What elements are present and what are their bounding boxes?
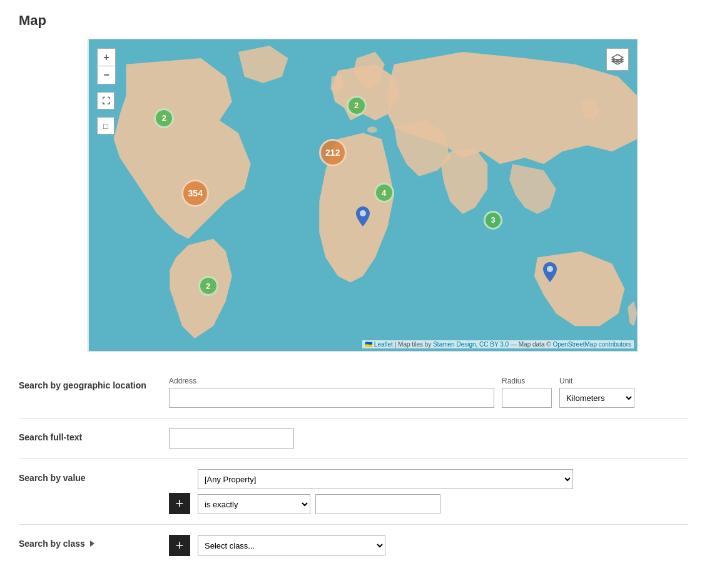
zoom-controls: + − — [97, 48, 116, 84]
unit-select[interactable]: Kilometers Miles — [559, 388, 634, 408]
osm-link[interactable]: OpenStreetMap contributors — [552, 341, 631, 348]
geo-search-row: Search by geographic location Address Ra… — [19, 367, 688, 418]
layers-button[interactable] — [606, 48, 629, 71]
zoom-out-button[interactable]: − — [98, 66, 115, 84]
class-search-row: Search by class + Select class... — [19, 525, 688, 566]
class-select[interactable]: Select class... — [198, 535, 385, 555]
cluster-c1[interactable]: 2 — [154, 108, 174, 128]
fulltext-input[interactable] — [169, 428, 294, 449]
map-attribution: 🇺🇦 Leaflet | Map tiles by Stamen Design,… — [362, 340, 634, 348]
map-container: + − ⛶ □ 2 354 2 2 212 4 3 — [88, 39, 638, 352]
cluster-c7[interactable]: 3 — [484, 211, 502, 230]
unit-label: Unit — [559, 377, 634, 385]
radius-label: Radius — [502, 377, 552, 385]
zoom-in-button[interactable]: + — [98, 49, 115, 66]
value-search-label: Search by value — [19, 469, 156, 483]
stamen-link[interactable]: Stamen Design, CC BY 3.0 — [433, 341, 509, 348]
class-search-controls: + Select class... — [169, 535, 385, 556]
search-section: Search by geographic location Address Ra… — [19, 367, 688, 566]
map-controls: + − ⛶ □ — [97, 48, 116, 134]
fulltext-search-label: Search full-text — [19, 428, 156, 442]
leaflet-link[interactable]: Leaflet — [374, 341, 393, 348]
value-search-row: Search by value + [Any Property] is exac… — [19, 459, 688, 525]
value-input[interactable] — [315, 494, 440, 514]
marker-m1[interactable] — [363, 226, 377, 248]
value-search-controls: + [Any Property] is exactly contains sta… — [169, 469, 573, 514]
fullscreen-button[interactable]: ⛶ — [97, 92, 114, 109]
address-group: Address — [169, 377, 494, 408]
radius-group: Radius — [502, 377, 552, 408]
minimap-button[interactable]: □ — [97, 117, 114, 134]
add-class-button[interactable]: + — [169, 535, 190, 556]
address-label: Address — [169, 377, 494, 385]
fulltext-search-controls — [169, 428, 688, 449]
svg-point-1 — [367, 126, 377, 133]
cluster-c3[interactable]: 2 — [198, 276, 218, 296]
value-inner-controls: [Any Property] is exactly contains start… — [198, 469, 573, 514]
geo-search-label: Search by geographic location — [19, 377, 156, 390]
geo-controls-row: Address Radius Unit Kilometers Miles — [169, 377, 688, 408]
cluster-c5[interactable]: 212 — [319, 139, 347, 166]
cluster-c6[interactable]: 4 — [374, 183, 394, 203]
page-title: Map — [19, 13, 688, 29]
marker-m2[interactable] — [550, 282, 564, 304]
svg-point-6 — [547, 266, 553, 272]
class-search-label: Search by class — [19, 535, 156, 549]
svg-point-5 — [360, 210, 366, 216]
condition-select[interactable]: is exactly contains starts with ends wit… — [198, 494, 310, 514]
condition-value-row: is exactly contains starts with ends wit… — [198, 494, 573, 514]
geo-search-controls: Address Radius Unit Kilometers Miles — [169, 377, 688, 408]
unit-group: Unit Kilometers Miles — [559, 377, 634, 408]
cluster-c4[interactable]: 2 — [347, 96, 367, 116]
layers-icon — [611, 54, 624, 65]
add-value-button[interactable]: + — [169, 493, 190, 514]
class-arrow-icon — [90, 540, 94, 547]
radius-input[interactable] — [502, 388, 552, 408]
fulltext-search-row: Search full-text — [19, 418, 688, 459]
address-input[interactable] — [169, 388, 494, 408]
property-select[interactable]: [Any Property] — [198, 469, 573, 489]
